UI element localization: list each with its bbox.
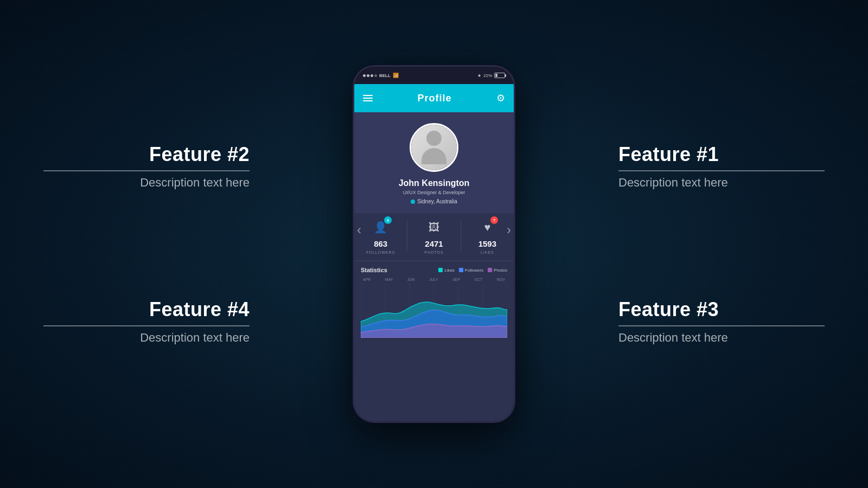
feature-4-desc: Description text here — [43, 331, 250, 345]
feature-2-title: Feature #2 — [43, 143, 250, 166]
next-arrow[interactable]: › — [502, 222, 515, 237]
carrier-label: BELL — [379, 73, 391, 78]
settings-icon[interactable]: ⚙ — [496, 92, 505, 104]
battery-bar — [494, 73, 505, 78]
hamburger-line-1 — [363, 95, 373, 96]
features-right: Feature #1 Description text here Feature… — [618, 143, 868, 345]
avatar-head — [426, 131, 442, 146]
menu-icon[interactable] — [363, 95, 373, 101]
month-july: JULY — [429, 278, 438, 281]
statistics-section: Statistics Likes Followers Photos — [354, 261, 514, 338]
legend-likes: Likes — [438, 268, 455, 273]
battery-percent: 22% — [483, 73, 492, 78]
avatar-body — [422, 148, 446, 164]
statistics-chart — [361, 284, 507, 338]
statistics-header: Statistics Likes Followers Photos — [361, 267, 507, 273]
chart-legend: Likes Followers Photos — [438, 268, 507, 273]
feature-1-divider — [618, 170, 825, 171]
likes-count: 1593 — [478, 239, 496, 248]
avatar-placeholder — [411, 125, 457, 170]
features-left: Feature #2 Description text here Feature… — [0, 143, 250, 345]
followers-icon-wrap: 4 👤 — [371, 217, 391, 237]
feature-4-title: Feature #4 — [43, 298, 250, 321]
status-bar: BELL 📶 ★ 22% — [354, 67, 514, 84]
profile-section: John Kensington UI/UX Designer & Develop… — [354, 112, 514, 213]
feature-1-block: Feature #1 Description text here — [618, 143, 825, 190]
feature-3-block: Feature #3 Description text here — [618, 298, 825, 345]
month-may: MAY — [385, 278, 393, 281]
likes-icon-wrap: 7 ♥ — [477, 217, 497, 237]
photos-icon-wrap: 🖼 — [424, 217, 444, 237]
statistics-title: Statistics — [361, 267, 387, 273]
location-text: Sidney, Australia — [417, 198, 457, 204]
followers-badge: 4 — [384, 216, 392, 224]
month-jun: JUN — [407, 278, 415, 281]
photos-count: 2471 — [425, 239, 443, 248]
month-apr: APR — [363, 278, 371, 281]
wifi-icon: 📶 — [393, 73, 399, 78]
feature-4-divider — [43, 325, 250, 326]
likes-icon: ♥ — [484, 221, 490, 234]
signal-dot-4 — [374, 74, 377, 77]
stats-section: 4 👤 863 FOLLOWERS 🖼 2471 PHOTOS — [354, 213, 514, 261]
bluetooth-icon: ★ — [477, 73, 481, 78]
battery-tip — [505, 74, 506, 77]
user-name: John Kensington — [399, 178, 470, 188]
user-location: Sidney, Australia — [411, 198, 457, 204]
followers-label: FOLLOWERS — [366, 251, 395, 254]
phone-wrapper: ‹ › BELL 📶 ★ 22% — [353, 65, 515, 423]
month-sep: SEP — [452, 278, 460, 281]
likes-label: LIKES — [481, 251, 494, 254]
legend-likes-label: Likes — [444, 268, 455, 273]
feature-1-title: Feature #1 — [618, 143, 825, 166]
signal-dot-2 — [367, 74, 369, 77]
hamburger-line-3 — [363, 100, 373, 101]
battery-fill — [495, 74, 497, 77]
status-right: ★ 22% — [477, 73, 505, 78]
month-oct: OCT — [475, 278, 483, 281]
feature-4-block: Feature #4 Description text here — [43, 298, 250, 345]
status-left: BELL 📶 — [363, 73, 399, 78]
followers-count: 863 — [374, 239, 387, 248]
stat-photos[interactable]: 🖼 2471 PHOTOS — [407, 217, 460, 254]
app-header: Profile ⚙ — [354, 84, 514, 112]
legend-followers: Followers — [459, 268, 483, 273]
phone-content: Profile ⚙ John Kensington UI/UX Designer… — [354, 84, 514, 421]
legend-photos-dot — [488, 268, 492, 272]
user-job-title: UI/UX Designer & Developer — [403, 190, 465, 195]
feature-3-divider — [618, 325, 825, 326]
months-row: APR MAY JUN JULY SEP OCT NOV — [361, 278, 507, 281]
legend-photos: Photos — [488, 268, 507, 273]
legend-followers-dot — [459, 268, 463, 272]
feature-1-desc: Description text here — [618, 176, 825, 190]
month-nov: NOV — [497, 278, 505, 281]
feature-2-desc: Description text here — [43, 176, 250, 190]
signal-dot-1 — [363, 74, 366, 77]
avatar[interactable] — [410, 123, 458, 172]
feature-3-desc: Description text here — [618, 331, 825, 345]
photos-label: PHOTOS — [424, 251, 443, 254]
feature-2-block: Feature #2 Description text here — [43, 143, 250, 190]
legend-likes-dot — [438, 268, 443, 272]
app-title: Profile — [417, 93, 451, 104]
hamburger-line-2 — [363, 98, 373, 99]
legend-followers-label: Followers — [465, 268, 483, 273]
phone-outer: BELL 📶 ★ 22% Profile — [353, 65, 515, 423]
signal-dot-3 — [371, 74, 373, 77]
likes-badge: 7 — [490, 216, 498, 224]
location-icon — [411, 200, 415, 204]
feature-2-divider — [43, 170, 250, 171]
signal-dots — [363, 74, 377, 77]
legend-photos-label: Photos — [494, 268, 507, 273]
feature-3-title: Feature #3 — [618, 298, 825, 321]
photos-icon: 🖼 — [429, 221, 439, 234]
prev-arrow[interactable]: ‹ — [353, 222, 366, 237]
avatar-person — [422, 131, 446, 164]
